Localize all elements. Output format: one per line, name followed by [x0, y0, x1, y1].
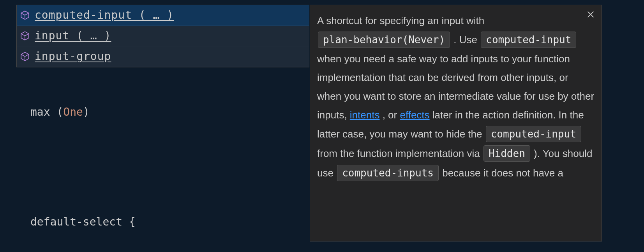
- code-token: ): [83, 106, 90, 118]
- close-icon[interactable]: [585, 9, 596, 20]
- autocomplete-list[interactable]: computed-input ( … )input ( … )input-gro…: [16, 5, 309, 67]
- doc-text: A shortcut for specifying an input with: [317, 15, 484, 26]
- doc-code-chip: plan-behavior(Never): [318, 32, 450, 48]
- autocomplete-item-label: input-group: [35, 47, 111, 66]
- autocomplete-item[interactable]: input-group: [17, 46, 309, 67]
- doc-text: . Use: [453, 34, 480, 46]
- autocomplete-item-label: input ( … ): [35, 26, 111, 45]
- doc-link-effects[interactable]: effects: [400, 109, 429, 121]
- doc-text: , or: [383, 109, 400, 121]
- documentation-panel: A shortcut for specifying an input with …: [310, 5, 602, 241]
- doc-code-chip: Hidden: [483, 145, 530, 162]
- code-token: (: [50, 106, 64, 118]
- editor-root: max (One) default-select { with-learning…: [0, 0, 644, 252]
- doc-code-chip: computed-inputs: [337, 165, 439, 181]
- autocomplete-item[interactable]: input ( … ): [17, 26, 309, 46]
- module-icon: [20, 10, 30, 20]
- doc-text: because it does not have a: [442, 167, 563, 179]
- module-icon: [20, 31, 30, 41]
- code-token: One: [63, 106, 83, 118]
- doc-code-chip: computed-input: [486, 126, 581, 142]
- autocomplete-item-label: computed-input ( … ): [35, 6, 174, 25]
- doc-code-chip: computed-input: [481, 32, 576, 48]
- code-token: default-select: [30, 215, 122, 228]
- doc-text: from the function implementation via: [317, 148, 483, 159]
- code-token: max: [30, 106, 50, 118]
- doc-link-intents[interactable]: intents: [350, 109, 380, 121]
- code-token: {: [122, 215, 136, 228]
- module-icon: [20, 51, 30, 62]
- autocomplete-item[interactable]: computed-input ( … ): [17, 5, 309, 26]
